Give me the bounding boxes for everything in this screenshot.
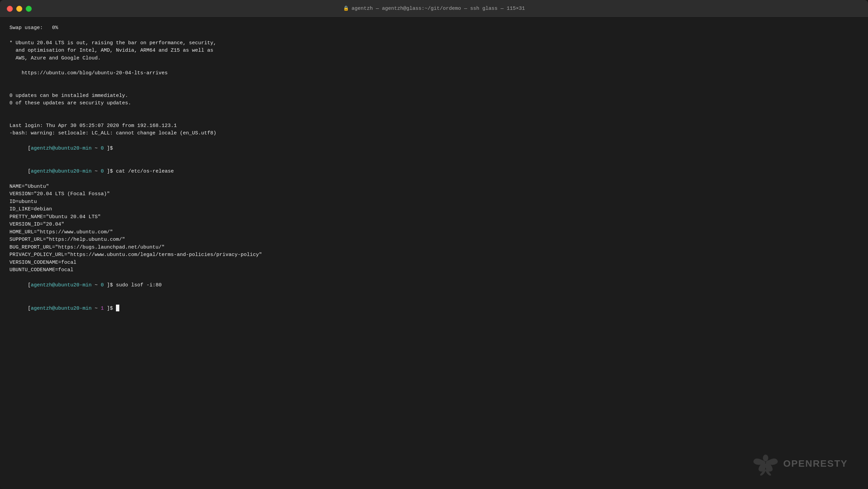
prompt-bracket-3: [ xyxy=(28,169,31,174)
os-privacy-url: PRIVACY_POLICY_URL="https://www.ubuntu.c… xyxy=(9,251,859,259)
empty-line-5 xyxy=(9,107,859,115)
os-ubuntu-codename: UBUNTU_CODENAME=focal xyxy=(9,266,859,274)
prompt-bracket-4: ]$ xyxy=(104,169,113,174)
prompt-line-4: [agentzh@ubuntu20-min ~ 1 ]$ xyxy=(9,297,859,320)
prompt-line-2: [agentzh@ubuntu20-min ~ 0 ]$ cat /etc/os… xyxy=(9,160,859,183)
prompt-bracket-8: ]$ xyxy=(104,306,113,311)
updates-line-2: 0 of these updates are security updates. xyxy=(9,100,859,107)
prompt-line-3: [agentzh@ubuntu20-min ~ 0 ]$ sudo lsof -… xyxy=(9,274,859,297)
prompt-cmd-4 xyxy=(113,306,116,311)
os-id-like: ID_LIKE=debian xyxy=(9,206,859,213)
close-button[interactable] xyxy=(7,6,13,12)
swap-usage-line: Swap usage: 0% xyxy=(9,24,859,32)
titlebar-title: 🔒 agentzh — agentzh@glass:~/git/ordemo —… xyxy=(343,5,525,12)
prompt-bracket-5: [ xyxy=(28,282,31,288)
prompt-cmd-2: cat /etc/os-release xyxy=(113,169,174,174)
prompt-user-4: agentzh@ubuntu20-min xyxy=(31,306,92,311)
prompt-user-2: agentzh@ubuntu20-min xyxy=(31,169,92,174)
os-codename: VERSION_CODENAME=focal xyxy=(9,259,859,267)
os-version-id: VERSION_ID="20.04" xyxy=(9,221,859,229)
prompt-user-3: agentzh@ubuntu20-min xyxy=(31,282,92,288)
terminal-body[interactable]: Swap usage: 0% * Ubuntu 20.04 LTS is out… xyxy=(0,18,868,489)
ubuntu-notice-2: and optimisation for Intel, AMD, Nvidia,… xyxy=(9,47,859,55)
empty-line-3 xyxy=(9,77,859,85)
os-home-url: HOME_URL="https://www.ubuntu.com/" xyxy=(9,229,859,236)
os-support-url: SUPPORT_URL="https://help.ubuntu.com/" xyxy=(9,236,859,244)
prompt-space-1: ~ xyxy=(92,146,101,151)
last-login-line: Last login: Thu Apr 30 05:25:07 2020 fro… xyxy=(9,122,859,130)
ubuntu-notice-1: * Ubuntu 20.04 LTS is out, raising the b… xyxy=(9,40,859,47)
prompt-cmd-3: sudo lsof -i:80 xyxy=(113,282,162,288)
prompt-line-1: [agentzh@ubuntu20-min ~ 0 ]$ xyxy=(9,137,859,160)
os-bug-url: BUG_REPORT_URL="https://bugs.launchpad.n… xyxy=(9,244,859,252)
prompt-exit-2: 0 xyxy=(101,169,104,174)
traffic-lights xyxy=(7,6,32,12)
prompt-exit-4: 1 xyxy=(101,306,104,311)
os-pretty-name: PRETTY_NAME="Ubuntu 20.04 LTS" xyxy=(9,213,859,221)
empty-line-2 xyxy=(9,62,859,70)
os-id: ID=ubuntu xyxy=(9,198,859,206)
prompt-exit-1: 0 xyxy=(101,146,104,151)
openresty-logo: OPENRESTY xyxy=(752,452,848,475)
os-version: VERSION="20.04 LTS (Focal Fossa)" xyxy=(9,190,859,198)
empty-line-4 xyxy=(9,85,859,92)
prompt-space-4: ~ xyxy=(92,306,101,311)
prompt-bracket-6: ]$ xyxy=(104,282,113,288)
updates-line-1: 0 updates can be installed immediately. xyxy=(9,92,859,100)
prompt-space-2: ~ xyxy=(92,169,101,174)
minimize-button[interactable] xyxy=(16,6,22,12)
openresty-bird-icon xyxy=(752,452,779,475)
bash-warning-line: -bash: warning: setlocale: LC_ALL: canno… xyxy=(9,130,859,137)
prompt-cmd-1 xyxy=(113,146,116,151)
prompt-space-3: ~ xyxy=(92,282,101,288)
svg-point-0 xyxy=(763,455,768,461)
prompt-exit-3: 0 xyxy=(101,282,104,288)
prompt-bracket-2: ]$ xyxy=(104,146,113,151)
empty-line xyxy=(9,32,859,40)
lock-icon: 🔒 xyxy=(343,5,349,12)
ubuntu-notice-3: AWS, Azure and Google Cloud. xyxy=(9,55,859,62)
maximize-button[interactable] xyxy=(26,6,32,12)
prompt-bracket-7: [ xyxy=(28,306,31,311)
titlebar: 🔒 agentzh — agentzh@glass:~/git/ordemo —… xyxy=(0,0,868,18)
openresty-label: OPENRESTY xyxy=(783,457,848,471)
terminal-window: 🔒 agentzh — agentzh@glass:~/git/ordemo —… xyxy=(0,0,868,489)
window-title: agentzh — agentzh@glass:~/git/ordemo — s… xyxy=(352,5,525,12)
ubuntu-link: https://ubuntu.com/blog/ubuntu-20-04-lts… xyxy=(9,70,859,77)
prompt-user-1: agentzh@ubuntu20-min xyxy=(31,146,92,151)
prompt-bracket-1: [ xyxy=(28,146,31,151)
empty-line-6 xyxy=(9,115,859,122)
os-name: NAME="Ubuntu" xyxy=(9,183,859,191)
cursor xyxy=(116,305,119,311)
